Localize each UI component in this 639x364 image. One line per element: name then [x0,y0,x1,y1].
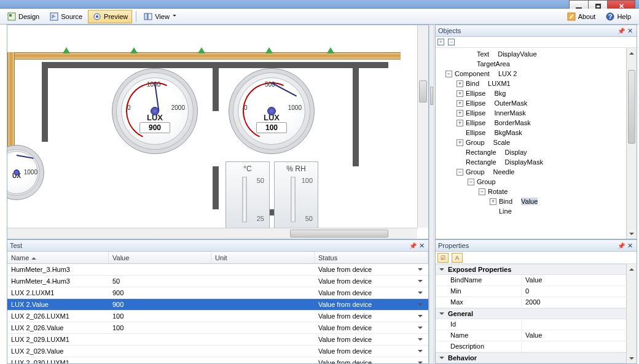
dropdown-arrow-icon[interactable] [416,336,425,343]
expand-all-button[interactable]: + [437,39,444,45]
cell-status[interactable]: Value from device [315,276,428,286]
prop-row-description[interactable]: Description [436,341,637,352]
pin-icon[interactable]: 📌 [409,242,417,249]
cell-status[interactable]: Value from device [315,323,428,333]
preview-button[interactable]: Preview [88,10,132,23]
tree-node[interactable]: −GroupNeedle [436,167,637,177]
table-row[interactable]: LUX 2.LUXM1900Value from device [7,287,428,299]
tree-expander-icon[interactable]: + [457,100,463,107]
tree-node[interactable]: +EllipseInnerMask [436,108,637,118]
col-header-value[interactable]: Value [109,252,211,263]
tree-node[interactable]: +BindValue [436,196,637,206]
temperature-meter[interactable]: °C 5025 [225,161,270,229]
tree-node-name: DisplayValue [498,50,536,58]
about-button[interactable]: About [562,10,600,23]
splitter-scrollbar[interactable] [429,25,434,364]
close-icon[interactable]: ✕ [417,242,426,250]
tree-node[interactable]: Line [436,206,637,216]
table-row[interactable]: LUX 2_029.ValueValue from device [7,346,428,357]
table-row[interactable]: LUX 2.Value900Value from device [7,299,428,311]
table-row[interactable]: HumMeter_3.Hum3Value from device [7,264,428,276]
design-button[interactable]: Design [2,10,44,23]
collapse-all-button[interactable]: − [448,39,455,45]
dropdown-arrow-icon[interactable] [416,301,425,308]
dropdown-arrow-icon[interactable] [416,347,425,355]
tree-node[interactable]: EllipseBkgMask [436,128,637,137]
prop-row-bindname[interactable]: BindNameValue [436,275,637,286]
props-scrollbar[interactable] [626,264,637,363]
dropdown-arrow-icon[interactable] [416,324,425,331]
view-button[interactable]: View [139,10,181,23]
tree-expander-icon[interactable]: + [457,80,463,87]
preview-vertical-scrollbar[interactable] [417,25,428,228]
dropdown-arrow-icon[interactable] [416,277,425,285]
table-row[interactable]: LUX 2_026.LUXM1100Value from device [7,311,428,322]
tree-node[interactable]: +EllipseBorderMask [436,118,637,128]
dropdown-arrow-icon[interactable] [416,266,425,273]
props-alphabetical-button[interactable]: A [452,253,463,263]
source-button[interactable]: Source [45,10,87,23]
prop-category-exposed[interactable]: Exposed Properties [436,264,637,275]
table-row[interactable]: HumMeter_4.Hum350Value from device [7,276,428,287]
tree-expander-icon[interactable]: − [479,188,485,195]
table-row[interactable]: LUX 2_030.LUXM1Value from device [7,357,428,363]
tree-expander-icon[interactable]: − [468,179,474,185]
tree-node[interactable]: RectangleDisplay [436,147,637,157]
cell-status[interactable]: Value from device [315,265,428,274]
props-categorized-button[interactable]: ☑ [437,253,449,263]
humidity-meter[interactable]: % RH 10050 [274,161,318,229]
properties-panel-header[interactable]: Properties 📌 ✕ [436,240,637,252]
objects-tree[interactable]: TextDisplayValueTargetArea−ComponentLUX … [436,48,637,239]
tree-expander-icon[interactable]: + [457,120,463,126]
tree-scrollbar[interactable] [626,48,637,239]
tree-expander-icon[interactable]: + [457,110,463,117]
preview-horizontal-scrollbar[interactable] [7,228,417,239]
prop-row-id[interactable]: Id [436,319,637,330]
tree-node[interactable]: TextDisplayValue [436,49,637,59]
cell-status[interactable]: Value from device [315,346,428,356]
col-header-status[interactable]: Status [315,252,428,263]
objects-panel-header[interactable]: Objects 📌 ✕ [436,25,637,37]
tree-node[interactable]: +EllipseBkg [436,88,637,98]
col-header-name[interactable]: Name [7,252,109,263]
prop-row-name[interactable]: NameValue [436,330,637,341]
tree-expander-icon[interactable]: + [457,90,463,97]
close-icon[interactable]: ✕ [625,242,634,250]
dropdown-arrow-icon[interactable] [416,289,425,296]
tree-node[interactable]: +BindLUXM1 [436,79,637,88]
prop-category-general[interactable]: General [436,308,637,319]
tree-node-kind: Ellipse [466,129,485,136]
prop-row-min[interactable]: Min0 [436,286,637,297]
lux-gauge-1[interactable]: 0 1000 2000 LUX 900 [112,68,198,154]
pin-icon[interactable]: 📌 [617,28,625,34]
dropdown-arrow-icon[interactable] [416,312,425,320]
tree-node[interactable]: +GroupScale [436,137,637,147]
preview-canvas[interactable]: 0 1000 2000 LUX 900 0 500 1000 LUX 100 1… [7,25,428,239]
col-header-unit[interactable]: Unit [211,252,315,263]
cell-status[interactable]: Value from device [315,358,428,363]
dropdown-arrow-icon[interactable] [416,359,425,363]
prop-row-max[interactable]: Max2000 [436,297,637,308]
tree-node[interactable]: +EllipseOuterMask [436,98,637,108]
tree-node[interactable]: −ComponentLUX 2 [436,69,637,79]
tree-node[interactable]: −Group [436,177,637,187]
tree-node[interactable]: −Rotate [436,187,637,196]
tree-expander-icon[interactable]: + [457,139,463,146]
table-row[interactable]: LUX 2_029.LUXM1Value from device [7,334,428,346]
cell-status[interactable]: Value from device [315,335,428,344]
tree-expander-icon[interactable]: + [490,198,496,205]
cell-status[interactable]: Value from device [315,288,428,298]
table-row[interactable]: LUX 2_026.Value100Value from device [7,322,428,334]
prop-category-behavior[interactable]: Behavior [436,352,637,363]
close-icon[interactable]: ✕ [625,27,634,35]
cell-status[interactable]: Value from device [315,300,428,309]
tree-node[interactable]: TargetArea [436,59,637,69]
lux-gauge-2[interactable]: 0 500 1000 LUX 100 [229,68,315,154]
tree-node[interactable]: RectangleDisplayMask [436,157,637,167]
help-button[interactable]: ? Help [601,10,635,23]
cell-status[interactable]: Value from device [315,311,428,321]
tree-expander-icon[interactable]: − [457,169,463,176]
test-panel-header[interactable]: Test 📌 ✕ [7,240,428,252]
pin-icon[interactable]: 📌 [617,242,625,249]
tree-expander-icon[interactable]: − [445,71,452,77]
